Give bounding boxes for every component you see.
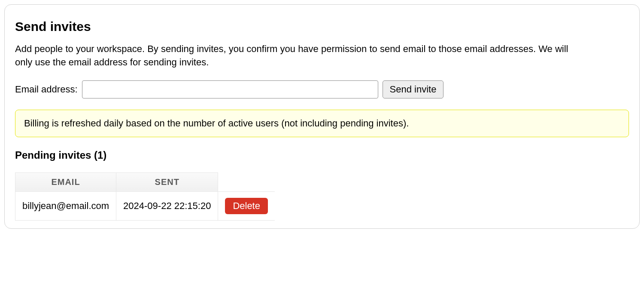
email-label: Email address: xyxy=(15,84,78,95)
cell-sent: 2024-09-22 22:15:20 xyxy=(116,191,218,220)
section-description: Add people to your workspace. By sending… xyxy=(15,43,573,69)
pending-invites-title: Pending invites (1) xyxy=(15,149,629,161)
delete-button[interactable]: Delete xyxy=(225,198,268,214)
col-email: EMAIL xyxy=(15,172,116,191)
table-header-row: EMAIL SENT xyxy=(15,172,275,191)
col-actions xyxy=(218,172,275,191)
cell-actions: Delete xyxy=(218,191,275,220)
email-input[interactable] xyxy=(82,80,378,98)
col-sent: SENT xyxy=(116,172,218,191)
table-row: billyjean@email.com 2024-09-22 22:15:20 … xyxy=(15,191,275,220)
billing-notice: Billing is refreshed daily based on the … xyxy=(15,110,629,137)
cell-email: billyjean@email.com xyxy=(15,191,116,220)
invite-card: Send invites Add people to your workspac… xyxy=(4,4,640,229)
send-invite-button[interactable]: Send invite xyxy=(383,80,444,98)
section-title: Send invites xyxy=(15,19,629,34)
invite-form: Email address: Send invite xyxy=(15,80,629,98)
pending-invites-table: EMAIL SENT billyjean@email.com 2024-09-2… xyxy=(15,172,275,221)
